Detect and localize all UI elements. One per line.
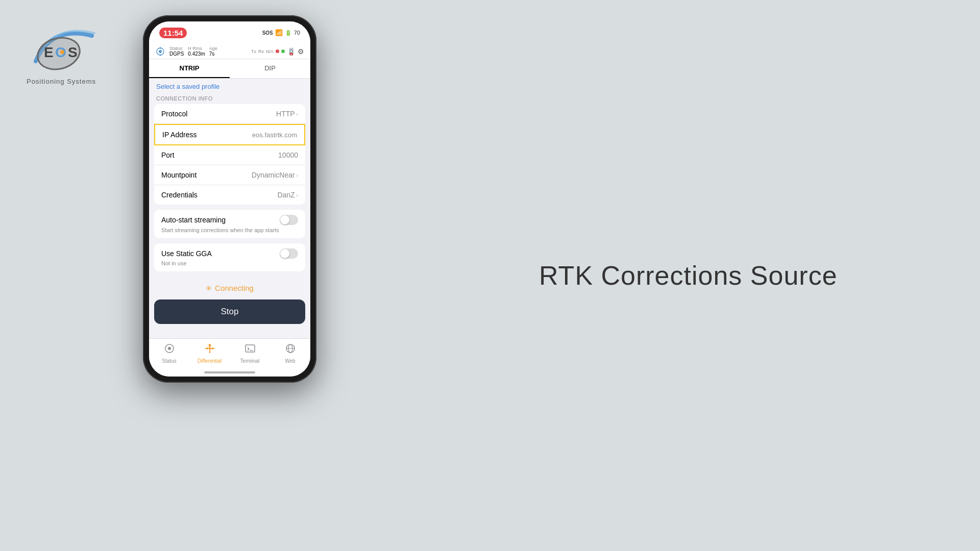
phone-mockup: 11:54 SOS 📶 🔋 70 [143, 15, 316, 383]
static-gga-section: Use Static GGA Not in use [154, 243, 305, 271]
status-icons: SOS 📶 🔋 70 [262, 29, 300, 36]
gps-info: Status DGPS H Rms 0.423m Age 7s [155, 46, 217, 57]
gear-icon[interactable]: ⚙ [298, 47, 304, 56]
connection-fields-list: Protocol HTTP › IP Address eos.fastrtk.c… [154, 104, 305, 205]
static-gga-label: Use Static GGA [161, 249, 212, 258]
gps-status-value: DGPS [169, 51, 184, 57]
svg-point-11 [168, 347, 171, 350]
indicator-dot-red [276, 49, 279, 53]
static-gga-toggle[interactable] [280, 248, 298, 259]
gps-age-value: 7s [209, 51, 217, 57]
svg-point-5 [60, 50, 64, 54]
svg-text:E: E [44, 44, 54, 60]
credentials-label: Credentials [161, 191, 198, 199]
gps-icon [155, 46, 165, 57]
mountpoint-row[interactable]: Mountpoint DynamicNear › [154, 165, 305, 185]
auto-start-toggle[interactable] [280, 215, 298, 225]
port-value: 10000 [278, 151, 298, 159]
mountpoint-label: Mountpoint [161, 171, 197, 179]
differential-tab-icon [204, 343, 215, 357]
protocol-row[interactable]: Protocol HTTP › [154, 104, 305, 124]
gps-details: Status DGPS H Rms 0.423m Age 7s [169, 46, 217, 57]
logo-tagline: Positioning Systems [27, 78, 96, 85]
credentials-value: DanZ › [277, 191, 298, 199]
protocol-label: Protocol [161, 110, 187, 118]
svg-text:S: S [68, 44, 78, 60]
mountpoint-value: DynamicNear › [252, 171, 298, 179]
differential-tab-label: Differential [198, 358, 222, 364]
svg-rect-17 [246, 345, 255, 352]
web-tab-icon [285, 343, 296, 357]
auto-start-label: Auto-start streaming [161, 216, 226, 224]
ntrip-dip-tabs: NTRIP DIP [149, 59, 310, 79]
connecting-status: ✳ Connecting [149, 277, 310, 299]
mountpoint-chevron: › [296, 171, 298, 179]
auto-start-description: Start streaming corrections when the app… [161, 227, 298, 233]
tx-rx-value: N/A [266, 49, 274, 54]
battery-low-icon: 🪫 [287, 47, 296, 56]
protocol-value: HTTP › [276, 110, 298, 118]
ip-address-value: eos.fastrtk.com [252, 131, 297, 139]
bottom-tab-bar: Status Differential [149, 338, 310, 377]
port-label: Port [161, 151, 175, 159]
stop-button[interactable]: Stop [154, 299, 305, 324]
status-bar: 11:54 SOS 📶 🔋 70 [149, 21, 310, 44]
eos-logo: E O S Positioning Systems [20, 15, 102, 85]
status-tab-icon [164, 343, 175, 357]
static-gga-row: Use Static GGA [161, 248, 298, 259]
credentials-row[interactable]: Credentials DanZ › [154, 185, 305, 205]
terminal-tab-icon [244, 343, 256, 357]
select-profile-label[interactable]: Select a saved profile [149, 79, 310, 94]
terminal-tab-label: Terminal [240, 358, 260, 364]
protocol-chevron: › [296, 110, 298, 118]
phone-shell: 11:54 SOS 📶 🔋 70 [143, 15, 316, 383]
web-tab-label: Web [285, 358, 295, 364]
static-gga-description: Not in use [161, 260, 298, 266]
auto-start-section: Auto-start streaming Start streaming cor… [154, 210, 305, 238]
status-tab-label: Status [162, 358, 176, 364]
gps-status-bar: Status DGPS H Rms 0.423m Age 7s [149, 44, 310, 59]
svg-point-16 [211, 347, 213, 349]
gps-hrms-value: 0.423m [188, 51, 205, 57]
gps-age-label: Age [209, 46, 217, 51]
credentials-chevron: › [296, 191, 298, 199]
battery-icon: 🔋 [285, 30, 292, 36]
status-time: 11:54 [159, 28, 187, 38]
connection-info-label: CONNECTION INFO [149, 94, 310, 104]
gps-status-label: Status [169, 46, 184, 51]
phone-screen: 11:54 SOS 📶 🔋 70 [149, 21, 310, 377]
svg-point-14 [208, 344, 211, 347]
content-area: Select a saved profile CONNECTION INFO P… [149, 79, 310, 324]
bottom-tab-web[interactable]: Web [270, 343, 310, 364]
page-title: RTK Corrections Source [539, 260, 838, 291]
svg-point-7 [159, 50, 162, 53]
gps-indicators: Tx Rx N/A 🪫 ⚙ [251, 47, 304, 56]
battery-pct: 70 [294, 30, 300, 36]
gps-hrms-label: H Rms [188, 46, 205, 51]
bottom-tab-differential[interactable]: Differential [189, 343, 230, 364]
indicator-dot-green [281, 49, 285, 53]
tab-dip[interactable]: DIP [230, 59, 310, 78]
sos-badge: SOS [262, 30, 273, 36]
connecting-label: Connecting [215, 284, 254, 292]
auto-start-row: Auto-start streaming [161, 215, 298, 225]
port-row[interactable]: Port 10000 [154, 145, 305, 165]
home-indicator [204, 371, 255, 373]
svg-point-15 [206, 347, 208, 349]
tab-ntrip[interactable]: NTRIP [149, 59, 230, 78]
wifi-icon: 📶 [275, 29, 283, 36]
ip-address-row[interactable]: IP Address eos.fastrtk.com [154, 124, 305, 145]
ip-address-label: IP Address [162, 131, 197, 139]
bottom-tab-status[interactable]: Status [149, 343, 189, 364]
bottom-tab-terminal[interactable]: Terminal [230, 343, 270, 364]
connecting-spinner-icon: ✳ [206, 284, 212, 292]
